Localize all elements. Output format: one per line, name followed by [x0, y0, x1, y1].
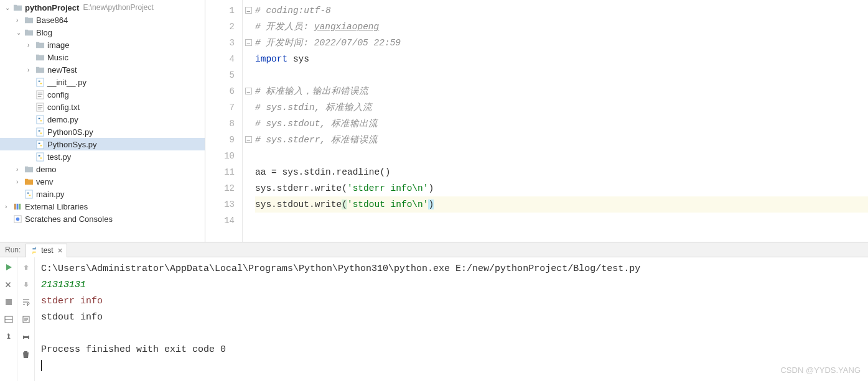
tree-item-scratches-and-consoles[interactable]: Scratches and Consoles	[0, 213, 205, 225]
svg-rect-19	[6, 299, 12, 305]
tree-item-label: External Libraries	[25, 202, 88, 211]
svg-rect-14	[14, 203, 16, 209]
chevron-right-icon[interactable]: ›	[27, 67, 34, 73]
code-line-5[interactable]	[255, 67, 868, 83]
code-line-6[interactable]: # 标准输入，输出和错误流	[255, 83, 868, 99]
tree-item-demo-py[interactable]: demo.py	[0, 113, 205, 126]
chevron-down-icon[interactable]: ⌄	[5, 4, 11, 11]
folder-excl-icon	[24, 177, 34, 186]
code-content[interactable]: # coding:utf-8# 开发人员: yangxiaopeng# 开发时间…	[243, 0, 868, 242]
tree-item-config-txt[interactable]: config.txt	[0, 101, 205, 113]
svg-rect-12	[36, 152, 43, 160]
code-line-2[interactable]: # 开发人员: yangxiaopeng	[255, 19, 868, 35]
folder-icon	[24, 15, 34, 25]
layout-button[interactable]	[2, 313, 15, 326]
tree-item-label: demo	[36, 165, 57, 174]
tree-item-label: pythonProject	[25, 3, 79, 12]
tree-item-test-py[interactable]: test.py	[0, 150, 205, 163]
tree-item-pythonproject[interactable]: ⌄pythonProjectE:\new\pythonProject	[0, 1, 205, 14]
pyfile-icon	[35, 77, 45, 87]
chevron-right-icon[interactable]: ›	[16, 17, 22, 24]
folder-icon	[35, 65, 45, 75]
print-button[interactable]	[20, 331, 32, 343]
tree-item-music[interactable]: Music	[0, 51, 205, 63]
rerun-button[interactable]	[2, 261, 15, 273]
code-line-4[interactable]: import sys	[255, 51, 868, 67]
svg-rect-0	[36, 78, 43, 86]
stop-button[interactable]	[2, 296, 15, 308]
run-panel-label: Run:	[0, 246, 26, 254]
chevron-down-icon[interactable]: ⌄	[16, 29, 22, 36]
tree-item-config[interactable]: config	[0, 88, 205, 101]
svg-rect-25	[24, 338, 28, 340]
chevron-right-icon[interactable]: ›	[16, 166, 22, 173]
tree-item-label: venv	[36, 177, 53, 186]
run-console[interactable]: C:\Users\Administrator\AppData\Local\Pro…	[35, 257, 868, 381]
tree-item-newtest[interactable]: ›newTest	[0, 63, 205, 76]
scroll-button[interactable]	[20, 313, 32, 326]
watermark: CSDN @YYDS.YANG	[780, 362, 861, 379]
chevron-right-icon[interactable]: ›	[5, 203, 11, 210]
pyfile-icon	[35, 127, 45, 137]
extlib-icon	[12, 201, 22, 211]
code-line-8[interactable]: # sys.stdout, 标准输出流	[255, 116, 868, 132]
pyfile-icon	[24, 189, 34, 199]
tree-item-pythonsys-py[interactable]: PythonSys.py	[0, 138, 205, 150]
tree-item-label: demo.py	[47, 115, 78, 124]
settings-button[interactable]	[2, 278, 15, 291]
run-tab-test[interactable]: test ✕	[26, 244, 67, 257]
folder-root-icon	[12, 2, 22, 12]
code-line-9[interactable]: # sys.stderr, 标准错误流	[255, 132, 868, 148]
run-tab-label: test	[41, 246, 53, 255]
tree-item-label: Blog	[36, 28, 52, 37]
code-line-3[interactable]: # 开发时间: 2022/07/05 22:59	[255, 35, 868, 51]
tree-item-label: newTest	[47, 65, 77, 75]
code-line-1[interactable]: # coding:utf-8	[255, 2, 868, 19]
wrap-button[interactable]	[20, 296, 32, 308]
down-button[interactable]	[20, 278, 32, 291]
up-button[interactable]	[20, 261, 32, 273]
folder-icon	[24, 164, 34, 174]
chevron-right-icon[interactable]: ›	[16, 178, 22, 185]
tree-item-label: __init__.py	[47, 78, 86, 87]
svg-rect-24	[24, 334, 28, 336]
code-line-14[interactable]	[255, 213, 868, 229]
tree-item-main-py[interactable]: main.py	[0, 188, 205, 200]
console-exit: Process finished with exit code 0	[41, 342, 862, 358]
console-caret	[41, 360, 42, 371]
chevron-right-icon[interactable]: ›	[27, 42, 34, 48]
tree-item-demo[interactable]: ›demo	[0, 163, 205, 175]
txtfile-icon	[35, 90, 45, 99]
tree-item-base864[interactable]: ›Base864	[0, 14, 205, 26]
trash-button[interactable]	[20, 348, 32, 360]
tree-item-label: main.py	[36, 190, 65, 199]
code-line-7[interactable]: # sys.stdin, 标准输入流	[255, 99, 868, 116]
code-line-13[interactable]: sys.stdout.write('stdout info\n')	[255, 196, 868, 213]
code-line-12[interactable]: sys.stderr.write('stderr info\n')	[255, 180, 868, 196]
scratch-icon	[12, 214, 22, 224]
python-icon	[30, 246, 39, 255]
tree-item-python0s-py[interactable]: Python0S.py	[0, 126, 205, 138]
tree-item-image[interactable]: ›image	[0, 39, 205, 51]
tree-item-blog[interactable]: ⌄Blog	[0, 26, 205, 39]
console-stdout: stdout info	[41, 310, 862, 326]
run-tab-bar: Run: test ✕	[0, 242, 868, 257]
tree-item-label: config	[47, 90, 69, 99]
project-tree[interactable]: ⌄pythonProjectE:\new\pythonProject›Base8…	[0, 0, 205, 242]
pin-button[interactable]	[2, 331, 15, 343]
code-editor[interactable]: 1234567891011121314 # coding:utf-8# 开发人员…	[205, 0, 868, 242]
svg-rect-16	[19, 203, 21, 209]
tree-item-venv[interactable]: ›venv	[0, 175, 205, 188]
run-toolbar-left	[0, 257, 17, 381]
tree-item-path: E:\new\pythonProject	[83, 3, 153, 12]
tree-item---init---py[interactable]: __init__.py	[0, 76, 205, 88]
tree-item-external-libraries[interactable]: ›External Libraries	[0, 200, 205, 213]
tree-item-label: Scratches and Consoles	[25, 214, 113, 224]
txtfile-icon	[35, 102, 45, 112]
close-icon[interactable]: ✕	[57, 247, 63, 255]
console-command: C:\Users\Administrator\AppData\Local\Pro…	[41, 261, 862, 277]
pyfile-icon	[35, 114, 45, 124]
code-line-10[interactable]	[255, 148, 868, 164]
console-input-echo: 21313131	[41, 277, 862, 293]
code-line-11[interactable]: aa = sys.stdin.readline()	[255, 164, 868, 180]
